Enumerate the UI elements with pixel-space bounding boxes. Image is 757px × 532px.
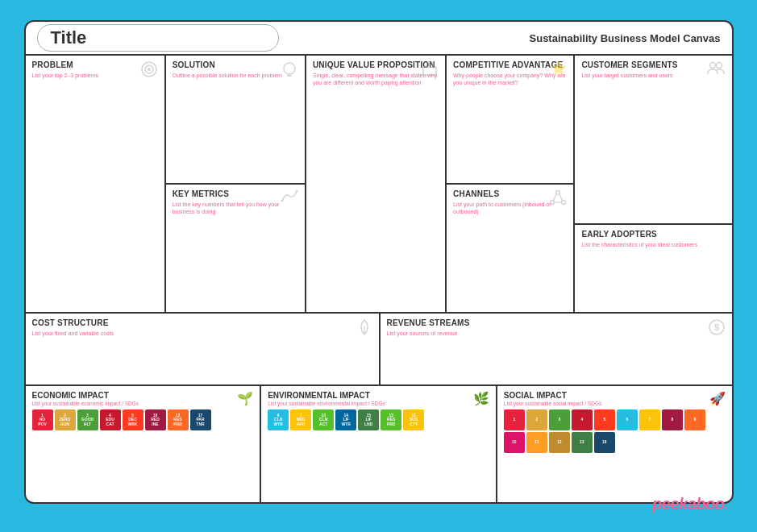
- svg-point-15: [709, 63, 715, 69]
- svg-point-6: [281, 200, 283, 202]
- customers-icon: [706, 60, 726, 78]
- key-metrics-icon: [281, 189, 298, 206]
- social-impact-cell[interactable]: SOCIAL IMPACT List your sustainable soci…: [497, 386, 732, 502]
- customers-col: CUSTOMER SEGMENTS List your target custo…: [575, 56, 731, 312]
- sdg-icon: 10REDINE: [145, 409, 166, 430]
- economic-impact-icon: 🌱: [237, 391, 253, 406]
- svg-point-10: [551, 201, 555, 205]
- svg-point-3: [284, 63, 295, 74]
- social-impact-icon: 🚀: [709, 391, 726, 406]
- revenue-title: REVENUE STREAMS: [387, 318, 726, 328]
- cost-revenue-row: COST STRUCTURE List your fixed and varia…: [26, 314, 732, 386]
- sdg-icon: 9: [684, 409, 705, 430]
- sdg-icon: 5: [594, 409, 615, 430]
- sdg-icon: 12: [549, 432, 570, 453]
- svg-point-9: [556, 191, 560, 195]
- sdg-icon: 7: [639, 409, 660, 430]
- svg-point-7: [295, 190, 297, 193]
- uvp-cell[interactable]: UNIQUE VALUE PROPOSITION Single, clear, …: [306, 56, 445, 312]
- economic-impact-subtitle: List your sustainable economic impact / …: [32, 401, 139, 406]
- svg-point-2: [148, 68, 151, 71]
- environmental-sdg-icons: 6CLNWTR 7NRGAFD 13CLMACT 14LIFWTR 15LIFL…: [268, 409, 489, 430]
- key-metrics-cell[interactable]: KEY METRICS List the key numbers that te…: [166, 185, 305, 312]
- sdg-icon: 6: [617, 409, 638, 430]
- economic-sdg-icons: 1NOPOV 2ZEROHUN 3GOODHLT 4EDUCAT 8DECWRK…: [32, 409, 254, 430]
- customers-title: CUSTOMER SEGMENTS: [581, 60, 725, 70]
- cost-icon: [356, 318, 372, 339]
- early-adopters-subtitle: List the characteristics of your ideal c…: [581, 241, 725, 248]
- sdg-icon: 14LIFWTR: [335, 409, 356, 430]
- sdg-icon: 4EDUCAT: [100, 409, 121, 430]
- sdg-icon: 6CLNWTR: [268, 409, 289, 430]
- svg-point-16: [716, 63, 722, 69]
- solution-subtitle: Outline a possible solution for each pro…: [173, 72, 298, 79]
- svg-point-11: [562, 201, 566, 205]
- problem-subtitle: List your top 2–3 problems: [32, 72, 158, 79]
- svg-line-13: [559, 194, 563, 201]
- sdg-icon: 13CLMACT: [313, 409, 334, 430]
- uvp-col: UNIQUE VALUE PROPOSITION Single, clear, …: [306, 56, 447, 312]
- outer-container: Title Sustainability Business Model Canv…: [16, 12, 742, 520]
- svg-text:$: $: [713, 322, 718, 332]
- sdg-icon: 11: [526, 432, 547, 453]
- sdg-icon: 11SUSCTY: [403, 409, 424, 430]
- sdg-icon: 12RESPRD: [168, 409, 189, 430]
- impact-row: ECONOMIC IMPACT List your sustainable ec…: [26, 386, 732, 502]
- top-section: PROBLEM List your top 2–3 problems: [26, 56, 732, 314]
- sdg-icon: 2: [526, 409, 547, 430]
- header: Title Sustainability Business Model Canv…: [26, 22, 732, 56]
- early-adopters-cell[interactable]: EARLY ADOPTERS List the characteristics …: [575, 225, 731, 312]
- sdg-icon: 8: [662, 409, 683, 430]
- main-area: PROBLEM List your top 2–3 problems: [26, 56, 732, 502]
- environmental-impact-subtitle: List your sustainable environmental impa…: [268, 401, 385, 406]
- svg-line-12: [554, 194, 557, 201]
- sdg-icon: 2ZEROHUN: [55, 409, 76, 430]
- competitive-subtitle: Why people choose your company? Why are …: [453, 72, 567, 86]
- brand-name: peekaboo: [652, 495, 724, 513]
- revenue-cell[interactable]: REVENUE STREAMS List your sources of rev…: [381, 314, 732, 384]
- sdg-icon: 3: [549, 409, 570, 430]
- sdg-icon: 16: [594, 432, 615, 453]
- sdg-icon: 15LIFLND: [358, 409, 379, 430]
- early-adopters-title: EARLY ADOPTERS: [581, 230, 725, 239]
- sdg-icon: 1: [504, 409, 525, 430]
- branding: peekaboo.: [652, 495, 728, 513]
- environmental-impact-cell[interactable]: ENVIRONMENTAL IMPACT List your sustainab…: [261, 386, 497, 502]
- economic-impact-title: ECONOMIC IMPACT: [32, 391, 139, 400]
- sdg-icon: 3GOODHLT: [77, 409, 98, 430]
- svg-rect-8: [423, 67, 436, 75]
- key-metrics-title: KEY METRICS: [173, 189, 298, 199]
- sdg-icon: 7NRGAFD: [290, 409, 311, 430]
- economic-impact-cell[interactable]: ECONOMIC IMPACT List your sustainable ec…: [26, 386, 262, 502]
- channels-cell[interactable]: CHANNELS List your path to customers (in…: [447, 185, 573, 312]
- competitive-title: COMPETITIVE ADVANTAGE: [453, 60, 567, 70]
- problem-icon: [140, 60, 158, 81]
- revenue-icon: $: [708, 318, 726, 339]
- uvp-subtitle: Single, clear, compelling message that s…: [313, 72, 439, 86]
- customers-cell[interactable]: CUSTOMER SEGMENTS List your target custo…: [575, 56, 731, 225]
- cost-cell[interactable]: COST STRUCTURE List your fixed and varia…: [26, 314, 381, 384]
- title-input[interactable]: Title: [37, 24, 279, 52]
- sdg-icon: 8DECWRK: [123, 409, 143, 430]
- customers-subtitle: List your target customers and users: [581, 72, 725, 79]
- solution-cell[interactable]: SOLUTION Outline a possible solution for…: [166, 56, 305, 185]
- canvas-wrapper: Title Sustainability Business Model Canv…: [24, 20, 734, 504]
- solution-icon: [281, 60, 298, 81]
- sdg-icon: 1NOPOV: [32, 409, 53, 430]
- sdg-icon: 12RESPRD: [381, 409, 401, 430]
- social-impact-title: SOCIAL IMPACT: [504, 391, 601, 400]
- comp-channels-col: COMPETITIVE ADVANTAGE Why people choose …: [447, 56, 575, 312]
- competitive-cell[interactable]: COMPETITIVE ADVANTAGE Why people choose …: [447, 56, 573, 185]
- sdg-icon: 17PARTNR: [190, 409, 211, 430]
- problem-cell[interactable]: PROBLEM List your top 2–3 problems: [26, 56, 164, 312]
- sdg-icon: 13: [572, 432, 593, 453]
- cost-subtitle: List your fixed and variable costs: [32, 330, 372, 337]
- sdg-icon: 10: [504, 432, 525, 453]
- revenue-subtitle: List your sources of revenue: [387, 330, 726, 337]
- environmental-impact-icon: 🌿: [473, 391, 489, 406]
- problem-col: PROBLEM List your top 2–3 problems: [26, 56, 166, 312]
- competitive-icon: ⭐: [551, 60, 567, 76]
- social-sdg-icons: 1 2 3 4 5 6 7 8 9 10 11 12 13 16: [504, 409, 726, 453]
- uvp-icon: [421, 60, 439, 81]
- environmental-impact-title: ENVIRONMENTAL IMPACT: [268, 391, 385, 400]
